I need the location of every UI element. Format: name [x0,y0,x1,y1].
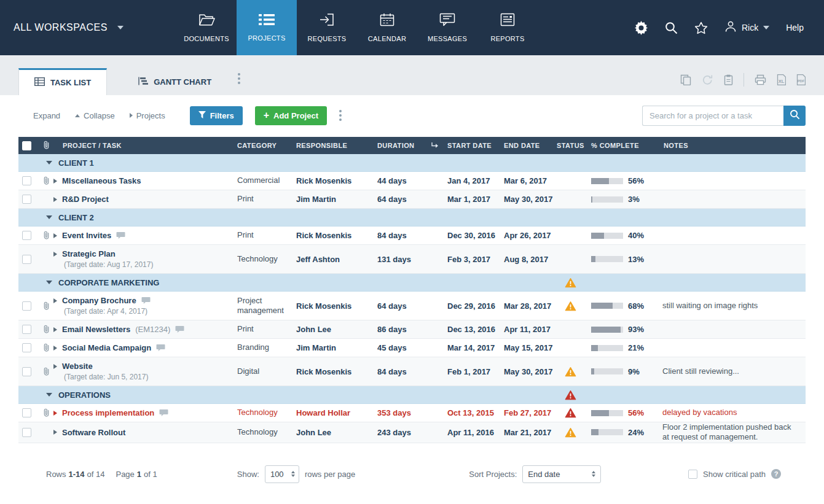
task-name[interactable]: Event Invites [62,231,111,240]
row-checkbox[interactable] [22,195,31,204]
help-link[interactable]: Help [786,23,804,33]
row-checkbox[interactable] [22,343,31,352]
expand-arrow-icon[interactable] [53,197,57,202]
group-collapse-caret-icon[interactable] [46,393,52,397]
nav-item-messages[interactable]: MESSAGES [417,0,477,55]
task-name[interactable]: Software Rollout [62,428,125,437]
sync-icon[interactable] [702,74,713,85]
sort-projects-select[interactable]: End date [522,465,601,483]
expand-arrow-icon[interactable] [53,298,57,303]
group-row[interactable]: CLIENT 1 [18,154,806,172]
start-date-cell: Apr 11, 2016 [444,428,500,437]
excel-export-icon[interactable]: XL [777,74,786,85]
rows-per-page-select[interactable]: 100 [265,465,299,483]
group-collapse-caret-icon[interactable] [46,161,52,165]
task-name-line: Process implementation [52,408,231,417]
user-menu[interactable]: Rick [724,20,769,35]
comment-icon[interactable] [116,231,125,239]
row-checkbox[interactable] [22,325,31,334]
responsible-cell: Jeff Ashton [292,255,374,264]
row-checkbox[interactable] [22,367,31,376]
filters-button[interactable]: Filters [190,106,243,125]
collapse-button[interactable]: Collapse [75,111,115,120]
nav-label-projects: PROJECTS [248,34,285,42]
header-notes[interactable]: NOTES [660,142,806,149]
projects-toggle-button[interactable]: Projects [130,111,165,120]
tab-more-options-icon[interactable] [235,71,243,87]
attachment-icon[interactable] [43,301,50,311]
search-button[interactable] [783,106,806,126]
attachment-icon[interactable] [43,176,50,185]
header-end-date[interactable]: END DATE [500,142,553,149]
end-date-cell: Apr 26, 2017 [500,231,553,240]
nav-item-reports[interactable]: REPORTS [477,0,538,55]
tab-gantt-chart[interactable]: GANTT CHART [123,68,227,95]
comment-icon[interactable] [141,297,151,304]
header-status[interactable]: STATUS [553,142,587,149]
nav-item-documents[interactable]: DOCUMENTS [176,0,237,55]
select-all-checkbox[interactable] [22,141,31,150]
row-checkbox[interactable] [22,255,31,264]
header-start-date[interactable]: START DATE [444,142,500,149]
group-collapse-caret-icon[interactable] [46,215,52,219]
critical-path-checkbox[interactable] [688,470,697,479]
progress-bar [591,429,623,435]
task-name[interactable]: Website [62,362,93,371]
row-checkbox[interactable] [22,301,31,311]
attachment-icon[interactable] [43,343,50,352]
header-duration[interactable]: DURATION [374,142,427,149]
task-name[interactable]: Company Brochure [62,296,136,305]
search-input[interactable] [642,106,783,126]
task-name[interactable]: MIscellaneous Tasks [62,176,141,185]
workspace-selector[interactable]: ALL WORKSPACES [0,0,176,55]
comment-icon[interactable] [159,409,168,417]
header-responsible[interactable]: RESPONSIBLE [292,142,374,149]
nav-item-projects[interactable]: PROJECTS [237,0,297,55]
nav-item-requests[interactable]: REQUESTS [297,0,357,55]
help-circle-icon[interactable]: ? [771,469,781,479]
add-project-button[interactable]: + Add Project [255,106,327,125]
header-category[interactable]: CATEGORY [233,142,292,149]
expand-arrow-icon[interactable] [53,252,57,257]
header-complete[interactable]: % COMPLETE [587,142,660,149]
expand-arrow-icon[interactable] [53,364,57,369]
comment-icon[interactable] [175,325,184,333]
attachment-icon[interactable] [43,325,50,334]
task-name[interactable]: Social Media Campaign [62,343,151,352]
row-checkbox[interactable] [22,176,31,185]
expand-arrow-icon[interactable] [53,411,57,416]
comment-icon[interactable] [156,344,165,352]
row-checkbox[interactable] [22,231,31,240]
star-icon[interactable] [694,21,708,34]
task-name[interactable]: R&D Project [62,195,109,204]
search-icon[interactable] [665,21,678,34]
group-collapse-caret-icon[interactable] [46,281,52,284]
row-checkbox[interactable] [22,428,31,437]
nav-item-calendar[interactable]: CALENDAR [357,0,417,55]
tab-task-list[interactable]: TASK LIST [18,68,107,95]
pdf-export-icon[interactable]: PDF [796,74,806,85]
group-row[interactable]: OPERATIONS [18,386,806,404]
expand-button[interactable]: Expand [25,111,60,120]
expand-arrow-icon[interactable] [53,233,57,238]
task-name[interactable]: Email Newsletters [62,325,130,334]
task-name[interactable]: Strategic Plan [62,249,116,258]
header-project-task[interactable]: PROJECT / TASK [52,142,233,149]
attachment-icon[interactable] [43,408,50,417]
task-name[interactable]: Process implementation [62,408,154,417]
expand-arrow-icon[interactable] [53,346,57,351]
clipboard-icon[interactable] [724,74,733,85]
print-icon[interactable] [755,74,766,85]
gear-icon[interactable] [634,21,648,35]
attachment-icon[interactable] [43,367,50,376]
expand-arrow-icon[interactable] [53,430,57,435]
expand-arrow-icon[interactable] [53,327,57,332]
task-name-cell: Email Newsletters(EM1234) [52,320,233,338]
attachment-icon[interactable] [43,231,50,240]
row-checkbox[interactable] [22,408,31,417]
group-row[interactable]: CLIENT 2 [18,209,806,227]
toolbar-more-options-icon[interactable] [337,107,344,123]
expand-arrow-icon[interactable] [53,179,57,184]
copy-icon[interactable] [680,74,691,85]
group-row[interactable]: CORPORATE MARKETING [18,274,806,292]
